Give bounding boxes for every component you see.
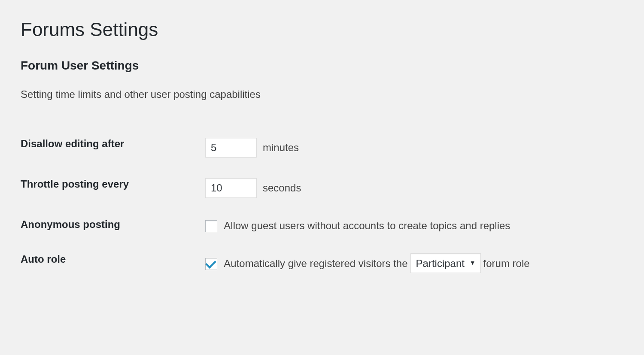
- anonymous-posting-checkbox-label[interactable]: Allow guest users without accounts to cr…: [205, 220, 510, 231]
- throttle-posting-input[interactable]: [205, 178, 257, 198]
- section-title: Forum User Settings: [21, 59, 623, 73]
- auto-role-checkbox-label[interactable]: Automatically give registered visitors t…: [205, 256, 408, 271]
- throttle-posting-row: Throttle posting every seconds: [21, 168, 623, 208]
- auto-role-label: Auto role: [21, 253, 66, 265]
- throttle-posting-label: Throttle posting every: [21, 178, 129, 190]
- disallow-editing-label: Disallow editing after: [21, 138, 124, 149]
- auto-role-row: Auto role Automatically give registered …: [21, 243, 623, 283]
- anonymous-posting-checkbox[interactable]: [205, 220, 217, 232]
- auto-role-suffix-text: forum role: [483, 256, 530, 271]
- anonymous-posting-row: Anonymous posting Allow guest users with…: [21, 208, 623, 243]
- auto-role-select[interactable]: Participant: [410, 253, 481, 273]
- section-description: Setting time limits and other user posti…: [21, 87, 623, 102]
- auto-role-prefix-text: Automatically give registered visitors t…: [224, 258, 407, 269]
- anonymous-posting-label: Anonymous posting: [21, 218, 120, 230]
- form-table: Disallow editing after minutes Throttle …: [21, 127, 623, 284]
- auto-role-select-wrap: Participant: [410, 253, 481, 273]
- disallow-editing-unit: minutes: [263, 140, 299, 155]
- page-title: Forums Settings: [21, 17, 623, 42]
- auto-role-checkbox[interactable]: [205, 258, 217, 270]
- disallow-editing-row: Disallow editing after minutes: [21, 127, 623, 168]
- settings-wrap: Forums Settings Forum User Settings Sett…: [0, 0, 644, 283]
- disallow-editing-input[interactable]: [205, 138, 257, 158]
- throttle-posting-unit: seconds: [263, 181, 301, 195]
- anonymous-posting-text: Allow guest users without accounts to cr…: [224, 220, 510, 231]
